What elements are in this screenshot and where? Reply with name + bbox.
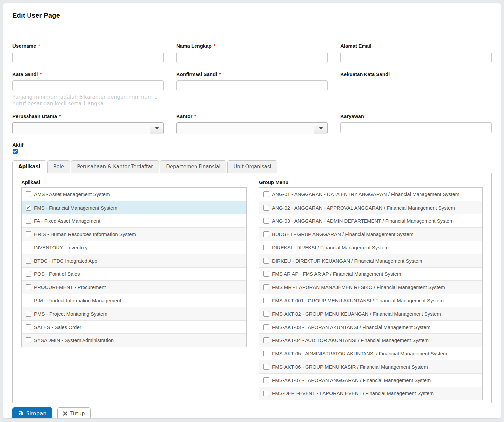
list-item[interactable]: FMS-AKT-02 - GROUP MENU KEUANGAN / Finan… (259, 307, 482, 320)
list-item[interactable]: HRIS - Human Resources Information Syste… (22, 227, 246, 241)
list-item[interactable]: PMS - Project Monitoring System (22, 307, 246, 320)
list-item[interactable]: ANG-01 - ANGGARAN - DATA ENTRY ANGGARAN … (259, 188, 482, 201)
group-menu-checklist: ANG-01 - ANGGARAN - DATA ENTRY ANGGARAN … (259, 187, 483, 400)
checkbox-icon[interactable] (26, 271, 31, 277)
kata-sandi-input[interactable] (12, 80, 164, 91)
checkbox-icon[interactable] (263, 351, 269, 356)
checkbox-icon[interactable] (263, 391, 269, 396)
checkbox-icon[interactable] (26, 245, 31, 250)
kekuatan-kata-sandi-label: Kekuatan Kata Sandi (340, 71, 390, 77)
save-button-label: Simpan (26, 410, 47, 417)
list-item[interactable]: FMS-AKT-07 - LAPORAN ANGGARAN / Financia… (259, 373, 482, 387)
kantor-dropdown-button[interactable] (314, 123, 327, 134)
checkbox-icon[interactable] (263, 191, 269, 197)
field-kekuatan-kata-sandi: Kekuatan Kata Sandi (340, 71, 492, 107)
field-karyawan: Karyawan (340, 113, 492, 134)
kantor-selected-value (177, 123, 314, 134)
checkbox-icon[interactable] (263, 364, 269, 370)
alamat-email-input[interactable] (340, 52, 492, 63)
list-item[interactable]: SALES - Sales Order (22, 320, 246, 333)
checkbox-icon[interactable] (263, 245, 269, 250)
list-item[interactable]: FA - Fixed Asset Management (22, 214, 246, 227)
list-item-label: FMS-AKT-001 - GROUP MENU AKUNTANSI / Fin… (272, 298, 444, 303)
list-item[interactable]: BTDC - ITDC Integrated App (22, 254, 246, 267)
save-button[interactable]: Simpan (12, 407, 52, 419)
list-item[interactable]: INVENTORY - Inventory (22, 241, 246, 254)
list-item[interactable]: DIRKEU - DIREKTUR KEUANGAN / Financial M… (259, 254, 482, 267)
list-item-label: FMS-AKT-03 - LAPORAN AKUNTANSI / Financi… (272, 324, 430, 330)
required-asterisk: * (40, 72, 42, 77)
checkbox-icon[interactable] (263, 298, 269, 303)
list-item[interactable]: SYSADMIN - System Administration (22, 333, 246, 347)
list-item[interactable]: FMS-AKT-001 - GROUP MENU AKUNTANSI / Fin… (259, 294, 482, 307)
list-item[interactable]: FMS - Financial Management System (22, 201, 246, 214)
list-item[interactable]: FMS-AKT-06 - GROUP MENU KASIR / Financia… (259, 360, 482, 373)
checkbox-icon[interactable] (26, 324, 31, 330)
checkbox-icon[interactable] (26, 298, 31, 303)
tab-departemen-finansial[interactable]: Departemen Finansial (160, 160, 226, 173)
list-item-label: SYSADMIN - System Administration (34, 337, 114, 343)
kantor-select[interactable] (176, 122, 328, 134)
list-item-label: PROCUREMENT - Procurement (34, 284, 106, 290)
field-nama-lengkap: Nama Lengkap * (176, 43, 328, 63)
checkbox-icon[interactable] (263, 218, 269, 224)
list-item[interactable]: AMS - Asset Management System (22, 188, 246, 201)
perusahaan-utama-label: Perusahaan Utama (12, 113, 57, 119)
list-item[interactable]: BUDGET - GRUP ANGGARAN / Financial Manag… (259, 227, 482, 241)
close-button[interactable]: Tutup (57, 407, 91, 419)
required-asterisk: * (214, 43, 215, 49)
list-item[interactable]: FMS-AKT-05 - ADMINISTRATOR AKUNTANSI / F… (259, 347, 482, 360)
username-label: Username (12, 43, 36, 49)
list-item-label: FMS-AKT-06 - GROUP MENU KASIR / Financia… (272, 364, 428, 370)
list-item-label: INVENTORY - Inventory (34, 245, 88, 250)
list-item-label: DIREKSI - DIREKSI / Financial Management… (272, 245, 389, 250)
list-item-label: FA - Fixed Asset Management (34, 218, 100, 224)
checkbox-icon[interactable] (263, 284, 269, 290)
field-username: Username * (12, 43, 164, 63)
list-item[interactable]: FMS-DEPT-EVENT - LAPORAN EVENT / Financi… (259, 387, 482, 400)
checkbox-icon[interactable] (26, 191, 31, 197)
username-input[interactable] (12, 52, 164, 63)
tab-panel-aplikasi: Aplikasi AMS - Asset Management SystemFM… (12, 173, 492, 403)
list-item[interactable]: DIREKSI - DIREKSI / Financial Management… (259, 241, 482, 254)
perusahaan-utama-dropdown-button[interactable] (150, 123, 163, 134)
checkbox-icon[interactable] (263, 271, 269, 277)
list-item[interactable]: ANG-02 - ANGGARAN - APPROVAL ANGGARAN / … (259, 201, 482, 214)
list-item[interactable]: FMS-AKT-03 - LAPORAN AKUNTANSI / Financi… (259, 320, 482, 333)
aktif-checkbox[interactable] (13, 149, 18, 154)
checkbox-icon[interactable] (26, 218, 31, 224)
list-item-label: ANG-03 - ANGGARAN - ADMIN DEPARTEMENT / … (272, 218, 454, 224)
karyawan-input[interactable] (340, 122, 492, 133)
list-item[interactable]: FMS MR - LAPORAN MANAJEMEN RESIKO / Fina… (259, 280, 482, 294)
kata-sandi-label: Kata Sandi (12, 71, 38, 77)
checkbox-icon[interactable] (263, 258, 269, 264)
aplikasi-section: Aplikasi AMS - Asset Management SystemFM… (21, 178, 247, 400)
checkbox-icon[interactable] (26, 231, 31, 237)
checkbox-icon[interactable] (263, 337, 269, 343)
checkbox-icon[interactable] (263, 311, 269, 317)
list-item[interactable]: PROCUREMENT - Procurement (22, 280, 246, 294)
konfirmasi-sandi-input[interactable] (176, 80, 328, 91)
nama-lengkap-input[interactable] (176, 52, 328, 63)
checkbox-icon[interactable] (26, 284, 31, 290)
list-item-label: BUDGET - GRUP ANGGARAN / Financial Manag… (272, 231, 413, 237)
list-item[interactable]: POS - Point of Sales (22, 267, 246, 280)
checkbox-icon[interactable] (263, 231, 269, 237)
checkbox-icon[interactable] (263, 324, 269, 330)
page-title: Edit User Page (12, 12, 492, 19)
perusahaan-utama-select[interactable] (12, 122, 164, 134)
checkbox-icon[interactable] (263, 205, 269, 211)
tab-aplikasi[interactable]: Aplikasi (12, 160, 46, 173)
list-item[interactable]: PIM - Product Information Management (22, 294, 246, 307)
tab-role[interactable]: Role (47, 160, 70, 173)
checkbox-icon[interactable] (263, 377, 269, 383)
tab-perusahaan-kantor-terdaftar[interactable]: Perusahaan & Kantor Terdaftar (71, 160, 159, 173)
checkbox-icon[interactable] (26, 311, 31, 317)
checkbox-icon[interactable] (26, 337, 31, 343)
list-item[interactable]: FMS-AKT-04 - AUDITOR AKUNTANSI / Financi… (259, 333, 482, 347)
tab-unit-organisasi[interactable]: Unit Organisasi (227, 160, 277, 173)
list-item[interactable]: ANG-03 - ANGGARAN - ADMIN DEPARTEMENT / … (259, 214, 482, 227)
list-item[interactable]: FMS AR AP - FMS AR AP / Financial Manage… (259, 267, 482, 280)
checkbox-icon[interactable] (26, 258, 31, 264)
checkbox-checked-icon[interactable] (26, 205, 31, 211)
